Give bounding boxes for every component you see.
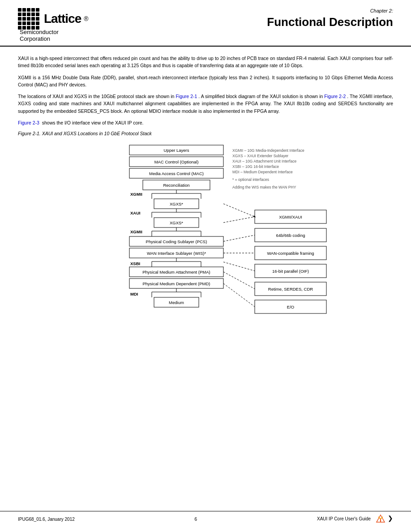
svg-text:MDI – Medium Dependent Interfa: MDI – Medium Dependent Interface (232, 170, 293, 174)
svg-line-65 (223, 283, 255, 307)
paragraph-4: Figure 2-3 shows the I/O interface view … (18, 119, 393, 126)
next-page-arrow[interactable]: ❯ (388, 515, 393, 522)
header-right: Chapter 2: Functional Description (267, 8, 393, 29)
svg-text:16-bit parallel (OIF): 16-bit parallel (OIF) (272, 269, 309, 274)
protocol-stack-diagram: Upper Layers MAC Control (Optional) Medi… (58, 141, 353, 378)
svg-text:XGMII/XAUI: XGMII/XAUI (279, 215, 302, 219)
svg-text:Media Access Control (MAC): Media Access Control (MAC) (149, 171, 204, 176)
svg-text:WAN Interface Sublayer (WIS)*: WAN Interface Sublayer (WIS)* (147, 251, 206, 256)
logo-name: Lattice (44, 12, 81, 26)
paragraph-3: The locations of XAUI and XGXS in the 10… (18, 93, 393, 115)
logo-area: Lattice® SemiconductorCorporation (18, 8, 89, 42)
diagram-container: Upper Layers MAC Control (Optional) Medi… (18, 141, 393, 378)
chapter-title: Functional Description (267, 15, 393, 29)
svg-text:Upper Layers: Upper Layers (163, 148, 189, 153)
svg-line-64 (223, 272, 255, 289)
content: XAUI is a high-speed interconnect that o… (0, 47, 411, 387)
svg-text:64b/66b coding: 64b/66b coding (276, 233, 305, 238)
svg-text:Physical Coding Sublayer (PCS): Physical Coding Sublayer (PCS) (146, 239, 207, 244)
svg-text:XSBI – 10G 16-bit Interface: XSBI – 10G 16-bit Interface (232, 164, 279, 169)
svg-text:XSBI: XSBI (130, 261, 140, 266)
svg-text:MAC Control (Optional): MAC Control (Optional) (154, 159, 199, 164)
svg-text:MDI: MDI (130, 292, 138, 296)
figure-2-3-link[interactable]: Figure 2-3 (18, 120, 39, 125)
footer: IPUG68_01.6, January 2012 6 XAUI IP Core… (0, 511, 411, 524)
svg-text:XGXS*: XGXS* (170, 202, 183, 206)
paragraph-2: XGMII is a 156 MHz Double Data Rate (DDR… (18, 74, 393, 89)
svg-line-63 (223, 262, 255, 271)
svg-text:E/O: E/O (287, 305, 294, 309)
page: Lattice® SemiconductorCorporation Chapte… (0, 0, 411, 532)
logo-grid (18, 8, 39, 30)
svg-text:WAN-compatible framing: WAN-compatible framing (267, 251, 314, 256)
svg-text:Physical Medium Attachment (PM: Physical Medium Attachment (PMA) (142, 270, 210, 275)
svg-text:XGXS – XAUI Extender Sublayer: XGXS – XAUI Extender Sublayer (232, 154, 288, 158)
footer-page-number: 6 (195, 517, 197, 522)
svg-text:Medium: Medium (169, 300, 184, 305)
svg-line-60 (223, 217, 255, 223)
svg-text:XAUI: XAUI (130, 210, 141, 215)
svg-text:Reconciliation: Reconciliation (163, 183, 189, 188)
logo-sub: SemiconductorCorporation (20, 29, 59, 42)
svg-text:XAUI – 10G Attachment Unit Int: XAUI – 10G Attachment Unit Interface (232, 159, 296, 163)
svg-text:Adding the WIS makes the WAN P: Adding the WIS makes the WAN PHY (232, 185, 296, 189)
paragraph-1: XAUI is a high-speed interconnect that o… (18, 55, 393, 69)
svg-text:* = optional interfaces: * = optional interfaces (232, 177, 269, 182)
logo-reg: ® (84, 15, 88, 22)
svg-text:XGMII: XGMII (130, 229, 142, 234)
header: Lattice® SemiconductorCorporation Chapte… (0, 0, 411, 47)
chapter-label: Chapter 2: (370, 8, 393, 13)
svg-text:Physical Medium Dependent (PMD: Physical Medium Dependent (PMD) (142, 281, 210, 286)
svg-text:Retime, SERDES, CDR: Retime, SERDES, CDR (268, 287, 313, 292)
lattice-y-logo (376, 514, 385, 524)
svg-text:XGXS*: XGXS* (170, 220, 183, 225)
svg-text:XGMII: XGMII (130, 192, 142, 197)
figure-caption: Figure 2-1. XAUI and XGXS Locations in 1… (18, 131, 393, 136)
svg-text:XGMII – 10G Media-Independent : XGMII – 10G Media-Independent Interface (232, 148, 304, 153)
logo-lattice: Lattice® (18, 8, 89, 30)
svg-line-59 (223, 204, 255, 217)
footer-left: IPUG68_01.6, January 2012 (18, 517, 75, 522)
footer-right: XAUI IP Core User's Guide ❯ (317, 514, 393, 524)
figure-2-1-link[interactable]: Figure 2-1 (176, 94, 197, 99)
svg-line-61 (223, 235, 255, 241)
figure-2-2-link[interactable]: Figure 2-2 (324, 94, 346, 99)
